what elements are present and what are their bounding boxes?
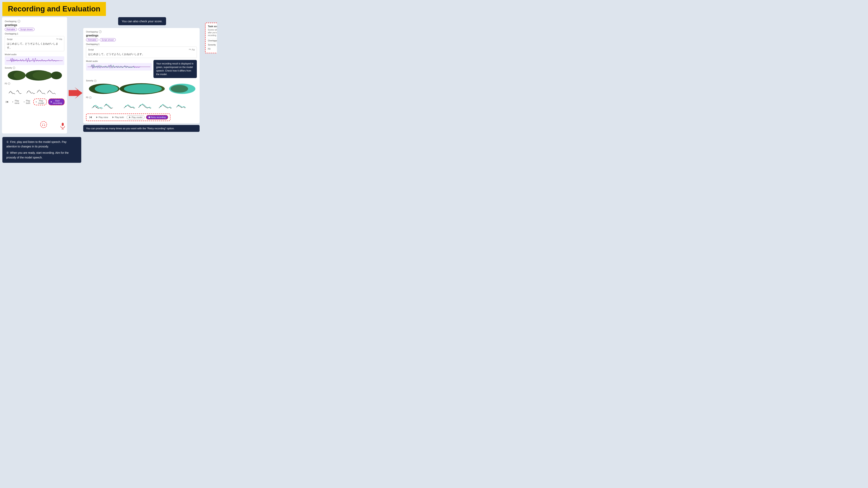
right-overlapping-info-icon[interactable]: i — [99, 30, 101, 33]
svg-point-20 — [51, 101, 52, 102]
right-skip-start-icon — [90, 116, 92, 119]
svg-point-42 — [97, 106, 98, 107]
right-overlapping-label: Overlapping — [86, 31, 98, 33]
right-tag-retriable[interactable]: Retriable — [86, 38, 98, 41]
svg-point-46 — [161, 105, 162, 106]
left-overlapping-header: Overlapping i — [5, 20, 64, 23]
recording-tooltip-container: Your recording result is displayed in gr… — [153, 60, 197, 79]
left-sonority-info-icon[interactable]: i — [13, 67, 15, 69]
left-start-recording-button[interactable]: Start recording — [48, 99, 64, 105]
left-script-label: Script — [7, 38, 12, 40]
task-scores-f0-row: F0 65/100 — [208, 47, 217, 51]
svg-point-12 — [40, 91, 41, 92]
left-script-box-header: Script Aa Aa — [7, 38, 62, 41]
left-audio-wave-svg — [6, 56, 63, 65]
svg-rect-15 — [6, 101, 6, 103]
right-recording-panel: Overlapping i greetings Retriable Script… — [83, 28, 199, 123]
svg-point-6 — [9, 92, 10, 92]
right-audio-wave-svg — [88, 63, 150, 71]
right-skip-start-button[interactable] — [88, 116, 93, 119]
svg-point-14 — [51, 91, 51, 92]
main-content: Overlapping i greetings Retriable Script… — [0, 16, 217, 135]
right-panel: You can also check your score. Overlappi… — [83, 17, 217, 133]
step2-circle: ② — [6, 151, 9, 154]
right-retry-icon — [149, 117, 150, 118]
left-skip-start-button[interactable] — [5, 100, 9, 104]
left-play-both-button[interactable]: Play both — [23, 99, 32, 105]
right-font-small[interactable]: Aa — [189, 48, 191, 51]
svg-rect-21 — [62, 123, 64, 126]
svg-marker-49 — [90, 116, 92, 118]
task-scores-sonority-row: Sonority 86/100 — [208, 42, 217, 47]
task-scores-panel: Task scores ? Scores will be calcuated a… — [205, 23, 217, 53]
right-script-text: はじめまして。どうぞよろしくおねがいします。 — [88, 52, 195, 56]
svg-point-10 — [30, 92, 31, 92]
task-scores-title: Task scores ? — [208, 25, 217, 28]
left-overlapping-1-label: Overlapping 1 — [5, 33, 64, 35]
page-title: Recording and Evaluation — [8, 5, 100, 13]
right-font-size-controls: Aa Aa — [189, 48, 195, 51]
svg-rect-48 — [90, 116, 90, 118]
left-overlapping-info-icon[interactable]: i — [18, 20, 20, 23]
right-play-mine-button[interactable]: Play mine — [95, 116, 109, 119]
svg-marker-24 — [69, 87, 83, 99]
svg-marker-19 — [36, 101, 37, 102]
mic-icon — [60, 122, 65, 129]
svg-point-13 — [48, 91, 49, 92]
right-f0-info-icon[interactable]: i — [89, 96, 92, 99]
right-script-label: Script — [88, 48, 94, 51]
svg-point-4 — [33, 71, 53, 80]
step2-text: When you are ready, start recording. Aim… — [6, 151, 69, 159]
task-scores-desc: Scores will be calcuated after you've fi… — [208, 29, 217, 37]
left-play-mine-icon — [12, 101, 13, 103]
recording-tooltip: Your recording result is displayed in gr… — [153, 60, 197, 78]
task-scores-f0-label: F0 — [208, 48, 211, 50]
left-tag-script[interactable]: Script shown — [19, 28, 34, 31]
svg-point-41 — [93, 105, 95, 106]
mic-icon-container — [60, 122, 65, 130]
right-retry-recording-button[interactable]: Retry recording — [146, 115, 168, 120]
left-font-small[interactable]: Aa — [56, 38, 58, 41]
left-controls-row: Play mine Play both Play model — [5, 99, 64, 105]
left-f0-info-icon[interactable]: i — [8, 83, 10, 85]
svg-point-9 — [27, 91, 28, 92]
right-sonority-info-icon[interactable]: i — [94, 79, 96, 82]
svg-marker-51 — [113, 117, 114, 118]
left-font-large[interactable]: Aa — [59, 38, 62, 41]
left-play-model-button[interactable]: Play model — [33, 99, 47, 105]
left-skip-start-icon — [6, 101, 8, 103]
task-scores-overlapping-label: Overlapping 1 — [208, 39, 217, 42]
left-model-audio-waveform — [5, 56, 64, 65]
right-tag-script[interactable]: Script shown — [100, 38, 116, 41]
svg-point-44 — [126, 105, 127, 106]
right-play-both-icon — [112, 116, 114, 118]
left-play-mine-button[interactable]: Play mine — [11, 99, 21, 105]
right-layout-row: You can also check your score. Overlappi… — [83, 17, 217, 133]
right-overlapping-1-label: Overlapping 1 — [86, 43, 197, 45]
right-play-both-button[interactable]: Play both — [111, 116, 125, 119]
right-play-model-icon — [129, 116, 131, 118]
left-script-text: はじめまして。どうぞよろしくおねがいします。 — [7, 42, 62, 50]
svg-point-8 — [18, 91, 19, 92]
right-font-large[interactable]: Aa — [192, 48, 195, 51]
right-waveform-col: Model audio — [86, 60, 152, 72]
left-tag-retriable[interactable]: Retriable — [5, 28, 17, 31]
svg-point-2 — [13, 71, 26, 79]
arrow-container — [69, 17, 83, 133]
retry-tooltip: You can practice as many times as you wa… — [83, 125, 199, 132]
right-greeting-title: greetings — [86, 34, 197, 37]
title-banner: Recording and Evaluation — [2, 2, 106, 16]
right-arrow-svg — [69, 87, 83, 99]
task-scores-sonority-label: Sonority — [208, 43, 216, 46]
right-overlapping-header: Overlapping i — [86, 30, 197, 33]
svg-point-43 — [106, 104, 107, 104]
left-overlapping-label: Overlapping — [5, 20, 17, 23]
right-main-col: You can also check your score. Overlappi… — [83, 17, 199, 133]
page-wrapper: Recording and Evaluation Overlapping i g… — [0, 0, 217, 163]
instructions-panel: ①First, play and listen to the model spe… — [2, 137, 81, 163]
svg-point-11 — [38, 91, 38, 92]
svg-marker-16 — [6, 101, 8, 103]
left-f0-container — [5, 85, 64, 97]
right-play-model-button[interactable]: Play model — [127, 115, 144, 119]
right-play-mine-icon — [96, 116, 98, 118]
